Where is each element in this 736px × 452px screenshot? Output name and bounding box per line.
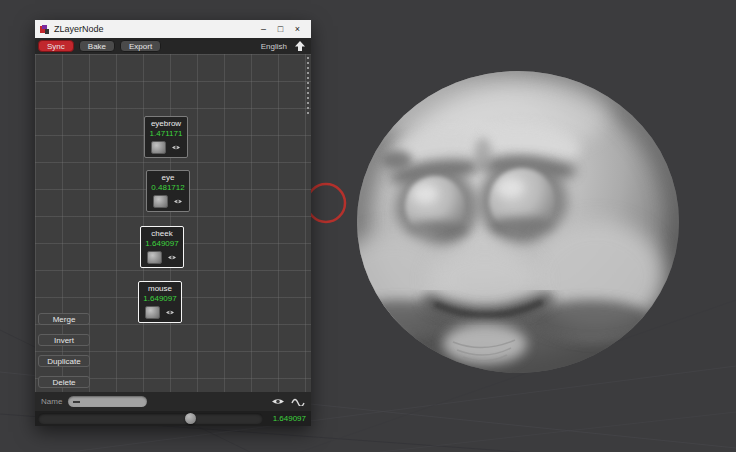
zbrush-viewport: ZLayerNode – □ × Sync Bake Export Englis… — [0, 0, 736, 452]
sync-button[interactable]: Sync — [38, 40, 74, 52]
zlayernode-window: ZLayerNode – □ × Sync Bake Export Englis… — [35, 20, 311, 426]
node-value: 1.649097 — [141, 239, 183, 249]
layer-visibility-eye-icon[interactable] — [165, 309, 175, 316]
text-caret — [73, 401, 80, 403]
node-icon-row — [139, 306, 181, 319]
slider-handle[interactable] — [185, 413, 196, 424]
name-row: Name — [35, 392, 311, 411]
scrollbar[interactable] — [307, 57, 309, 115]
bake-button[interactable]: Bake — [79, 40, 115, 52]
sculpted-head-model[interactable] — [345, 58, 695, 388]
layer-thumbnail[interactable] — [151, 141, 166, 154]
node-value: 0.481712 — [147, 183, 189, 193]
invert-button[interactable]: Invert — [38, 334, 90, 346]
node-icon-row — [141, 251, 183, 264]
app-icon — [40, 25, 49, 34]
layer-thumbnail[interactable] — [153, 195, 168, 208]
layer-node-mouse[interactable]: mouse 1.649097 — [138, 281, 182, 323]
node-value: 1.649097 — [139, 294, 181, 304]
merge-button[interactable]: Merge — [38, 313, 90, 325]
layer-thumbnail[interactable] — [145, 306, 160, 319]
window-titlebar[interactable]: ZLayerNode – □ × — [35, 20, 311, 38]
node-value: 1.471171 — [145, 129, 187, 139]
minimize-button[interactable]: – — [255, 20, 272, 38]
layer-node-cheek[interactable]: cheek 1.649097 — [140, 226, 184, 268]
close-button[interactable]: × — [289, 20, 306, 38]
curve-wave-icon[interactable] — [291, 397, 305, 406]
name-label: Name — [41, 397, 62, 406]
collapse-up-arrow-icon[interactable] — [294, 40, 306, 52]
slider-value: 1.649097 — [273, 414, 306, 423]
node-icon-row — [147, 195, 189, 208]
slider-track[interactable] — [38, 413, 263, 424]
visibility-eye-icon[interactable] — [271, 397, 285, 406]
window-title: ZLayerNode — [54, 24, 104, 34]
toolbar: Sync Bake Export English — [35, 38, 311, 54]
node-label: eyebrow — [145, 119, 187, 129]
layer-node-eye[interactable]: eye 0.481712 — [146, 170, 190, 212]
node-icon-row — [145, 141, 187, 154]
layer-visibility-eye-icon[interactable] — [167, 254, 177, 261]
delete-button[interactable]: Delete — [38, 376, 90, 388]
layer-action-buttons: Merge Invert Duplicate Delete — [38, 313, 90, 388]
node-label: cheek — [141, 229, 183, 239]
layer-visibility-eye-icon[interactable] — [171, 144, 181, 151]
node-label: eye — [147, 173, 189, 183]
window-controls: – □ × — [255, 20, 306, 38]
language-selector[interactable]: English — [261, 42, 287, 51]
layer-visibility-eye-icon[interactable] — [173, 198, 183, 205]
layer-thumbnail[interactable] — [147, 251, 162, 264]
intensity-slider-row: 1.649097 — [35, 411, 311, 426]
node-label: mouse — [139, 284, 181, 294]
name-input[interactable] — [68, 396, 147, 407]
duplicate-button[interactable]: Duplicate — [38, 355, 90, 367]
layer-node-eyebrow[interactable]: eyebrow 1.471171 — [144, 116, 188, 158]
export-button[interactable]: Export — [120, 40, 161, 52]
maximize-button[interactable]: □ — [272, 20, 289, 38]
